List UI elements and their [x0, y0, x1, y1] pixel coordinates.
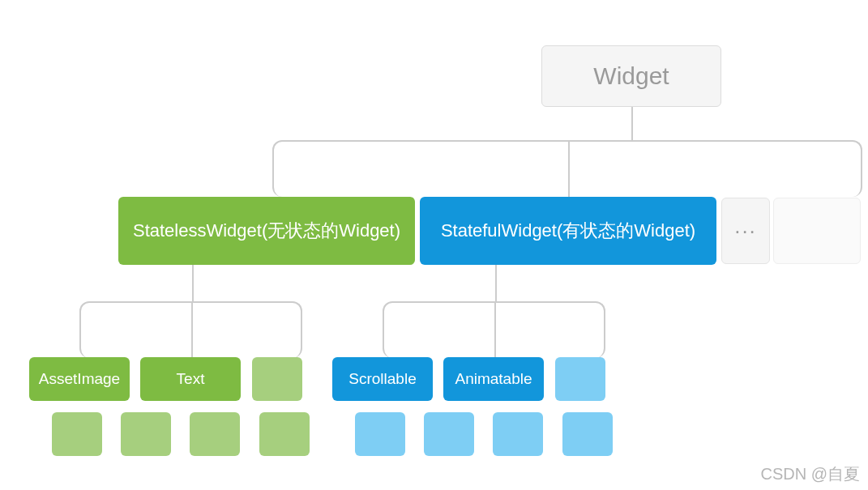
ellipsis-icon: ··· [734, 219, 757, 244]
node-label: AssetImage [39, 370, 120, 388]
node-widget-root: Widget [541, 45, 721, 107]
node-stateless-placeholder [252, 357, 302, 401]
node-stateful-placeholder [555, 357, 605, 401]
node-text: Text [140, 357, 241, 401]
node-label: Text [177, 370, 205, 388]
node-leaf-placeholder [121, 412, 171, 456]
node-animatable: Animatable [443, 357, 544, 401]
node-leaf-placeholder [355, 412, 405, 456]
node-leaf-placeholder [190, 412, 240, 456]
node-leaf-placeholder [259, 412, 310, 456]
node-leaf-placeholder [493, 412, 543, 456]
node-label: StatelessWidget(无状态的Widget) [133, 219, 400, 243]
connector-line [192, 264, 194, 303]
node-label: Animatable [455, 370, 532, 388]
node-stateful-widget: StatefulWidget(有状态的Widget) [420, 197, 716, 265]
node-stateless-widget: StatelessWidget(无状态的Widget) [118, 197, 415, 265]
node-leaf-placeholder [424, 412, 474, 456]
connector-line [191, 303, 193, 358]
node-label: StatefulWidget(有状态的Widget) [441, 219, 695, 243]
node-leaf-placeholder [562, 412, 613, 456]
node-asset-image: AssetImage [29, 357, 130, 401]
node-overflow-placeholder [773, 198, 861, 264]
watermark-text: CSDN @自夏 [760, 463, 860, 485]
connector-line [494, 303, 496, 358]
node-scrollable: Scrollable [332, 357, 433, 401]
connector-line [272, 140, 862, 197]
node-label: Widget [593, 62, 669, 90]
node-leaf-placeholder [52, 412, 102, 456]
connector-line [568, 142, 570, 198]
node-more-siblings: ··· [721, 198, 770, 264]
connector-line [631, 106, 633, 142]
connector-line [495, 264, 497, 303]
node-label: Scrollable [348, 370, 416, 388]
